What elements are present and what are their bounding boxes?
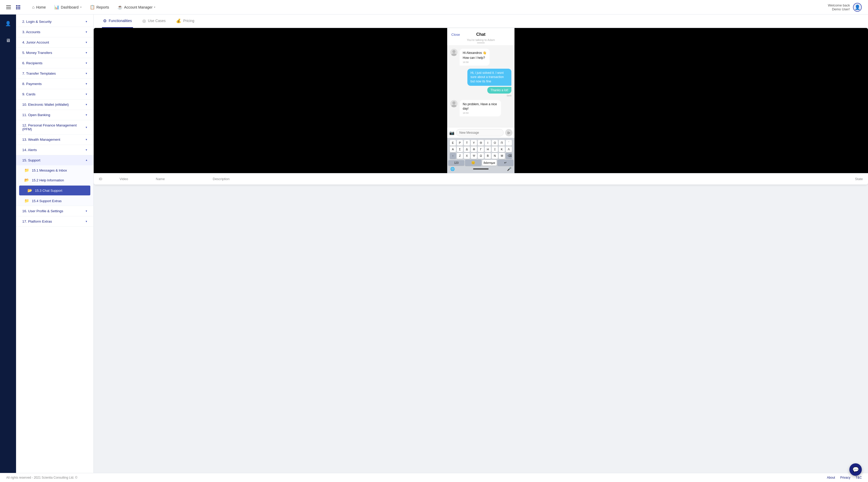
- key-s[interactable]: Σ: [457, 146, 463, 152]
- chat-fab-button[interactable]: 💬: [849, 463, 862, 476]
- nav-section-header-cards[interactable]: 9. Cards ▾: [16, 89, 93, 99]
- key-b[interactable]: Β: [485, 153, 491, 159]
- tab-pricing[interactable]: 💰 Pricing: [175, 15, 195, 28]
- key-l[interactable]: Λ: [506, 146, 512, 152]
- nav-home[interactable]: ⌂ Home: [28, 3, 50, 11]
- key-i[interactable]: Ι: [485, 140, 491, 146]
- nav-label-platform-extras: 17. Platform Extras: [22, 220, 52, 223]
- key-a[interactable]: Α: [450, 146, 456, 152]
- nav-sub-label-chat: 15.3 Chat Support: [35, 189, 62, 193]
- camera-icon[interactable]: 📷: [449, 130, 455, 135]
- key-y[interactable]: Υ: [471, 140, 477, 146]
- chat-send-button[interactable]: ▷: [505, 129, 513, 136]
- key-h[interactable]: Η: [485, 146, 491, 152]
- keyboard-row-1: Ε Ρ Τ Υ Θ Ι Ο Π ΄: [448, 140, 514, 146]
- nav-sub-help-information[interactable]: 📂 15.2 Help Information: [16, 175, 93, 185]
- table-col-id: ID: [99, 177, 114, 181]
- nav-section-header-money-transfers[interactable]: 5. Money Transfers ▾: [16, 48, 93, 58]
- user-avatar[interactable]: 👤: [853, 3, 862, 12]
- chat-messages: Hi Alexandros 👋 How can I help? 16:58: [447, 46, 515, 127]
- chat-sent-status: Sent: [506, 94, 512, 97]
- nav-dashboard[interactable]: 📊 Dashboard ▾: [51, 3, 85, 11]
- key-accent[interactable]: ΄: [506, 140, 512, 146]
- account-manager-icon: ☕: [118, 5, 123, 9]
- nav-section-header-junior-account[interactable]: 4. Junior Account ▾: [16, 37, 93, 48]
- content-area: ⚙ Functionalities ◎ Use Cases 💰 Pricing: [94, 15, 868, 473]
- key-p[interactable]: Π: [499, 140, 505, 146]
- keyboard-row-2: Α Σ Δ Φ Γ Η Ξ Κ Λ: [448, 146, 514, 152]
- nav-section-header-wealth-management[interactable]: 13. Wealth Management ▾: [16, 135, 93, 145]
- keyboard-globe-icon[interactable]: 🌐: [450, 167, 455, 171]
- key-e[interactable]: Ε: [450, 140, 456, 146]
- folder-icon-chat: 📂: [27, 188, 32, 193]
- nav-section-platform-extras: 17. Platform Extras ▾: [16, 217, 93, 227]
- phone-right-panel: [515, 28, 868, 173]
- key-return[interactable]: ↵: [497, 160, 514, 166]
- keyboard-mic-icon[interactable]: 🎤: [507, 167, 512, 171]
- key-o[interactable]: Ο: [492, 140, 498, 146]
- nav-section-header-support[interactable]: 15. Support ▾: [16, 155, 93, 165]
- chevron-payments: ▾: [86, 82, 87, 86]
- footer-links: About Privacy T&C: [827, 476, 862, 479]
- nav-section-header-login-security[interactable]: 2. Login & Security ▾: [16, 17, 93, 27]
- chat-input[interactable]: [456, 129, 504, 136]
- nav-section-header-accounts[interactable]: 3. Accounts ▾: [16, 27, 93, 37]
- tab-use-cases-label: Use Cases: [148, 19, 166, 23]
- key-backspace[interactable]: ⌫: [506, 153, 512, 159]
- nav-section-header-recipients[interactable]: 6. Recipients ▾: [16, 58, 93, 68]
- key-g[interactable]: Γ: [478, 146, 484, 152]
- key-n[interactable]: Ν: [492, 153, 498, 159]
- sidebar-icon-monitor[interactable]: 🖥: [4, 36, 12, 45]
- tab-functionalities[interactable]: ⚙ Functionalities: [102, 15, 133, 28]
- chevron-ewallet: ▾: [86, 103, 87, 106]
- key-spacebar[interactable]: διάστημα: [482, 160, 497, 166]
- key-z[interactable]: Ζ: [457, 153, 463, 159]
- key-emoji[interactable]: 😊: [465, 160, 481, 166]
- key-d[interactable]: Δ: [464, 146, 470, 152]
- key-ps[interactable]: Ψ: [471, 153, 477, 159]
- chevron-junior-account: ▾: [86, 41, 87, 44]
- key-th[interactable]: Θ: [478, 140, 484, 146]
- nav-section-header-open-banking[interactable]: 11. Open Banking ▾: [16, 110, 93, 120]
- nav-section-header-user-profile[interactable]: 16. User Profile & Settings ▾: [16, 206, 93, 216]
- nav-reports[interactable]: 📋 Reports: [86, 3, 113, 11]
- svg-point-1: [451, 53, 457, 56]
- nav-label-alerts: 14. Alerts: [22, 148, 37, 152]
- chat-bubble-group-sent: Hi, i just solved it. I wsnt sure about …: [467, 69, 512, 97]
- phone-chat-panel: Close Chat You're talking to Adam: [447, 28, 515, 173]
- nav-section-header-transfer-templates[interactable]: 7. Transfer Templates ▾: [16, 68, 93, 79]
- key-f[interactable]: Φ: [471, 146, 477, 152]
- nav-account-manager[interactable]: ☕ Account Manager ▾: [114, 3, 159, 11]
- key-num[interactable]: 123: [448, 160, 464, 166]
- tab-use-cases[interactable]: ◎ Use Cases: [141, 15, 167, 28]
- footer-about[interactable]: About: [827, 476, 835, 479]
- nav-section-payments: 8. Payments ▾: [16, 79, 93, 89]
- chat-close-button[interactable]: Close: [451, 33, 460, 36]
- footer-tsc[interactable]: T&C: [856, 476, 862, 479]
- nav-label-payments: 8. Payments: [22, 82, 42, 86]
- nav-section-header-pfm[interactable]: 12. Personal Finance Management (PFM) ▾: [16, 120, 93, 134]
- key-r[interactable]: Ρ: [457, 140, 463, 146]
- footer-privacy[interactable]: Privacy: [840, 476, 850, 479]
- key-x[interactable]: Χ: [464, 153, 470, 159]
- nav-section-header-alerts[interactable]: 14. Alerts ▾: [16, 145, 93, 155]
- key-shift[interactable]: ↑: [450, 153, 456, 159]
- nav-section-accounts: 3. Accounts ▾: [16, 27, 93, 37]
- key-xi[interactable]: Ξ: [492, 146, 498, 152]
- nav-section-header-payments[interactable]: 8. Payments ▾: [16, 79, 93, 89]
- sidebar-icon-person[interactable]: 👤: [3, 19, 13, 29]
- key-om[interactable]: Ω: [478, 153, 484, 159]
- key-t[interactable]: Τ: [464, 140, 470, 146]
- nav-sub-messages-inbox[interactable]: 📁 15.1 Messages & Inbox: [16, 165, 93, 175]
- nav-sub-chat-support[interactable]: 📂 15.3 Chat Support: [19, 186, 90, 195]
- nav-section-alerts: 14. Alerts ▾: [16, 145, 93, 155]
- keyboard-icons-row: 🌐 🎤: [448, 166, 514, 172]
- key-m[interactable]: Μ: [499, 153, 505, 159]
- folder-icon-messages: 📁: [24, 168, 29, 173]
- nav-section-header-ewallet[interactable]: 10. Electronic Wallet (eWallet) ▾: [16, 100, 93, 110]
- nav-sub-support-extras[interactable]: 📁 15.4 Support Extras: [16, 196, 93, 206]
- table-header: ID Video Name Description State: [94, 173, 868, 185]
- nav-section-header-platform-extras[interactable]: 17. Platform Extras ▾: [16, 217, 93, 226]
- key-k[interactable]: Κ: [499, 146, 505, 152]
- hamburger-menu[interactable]: [6, 5, 11, 9]
